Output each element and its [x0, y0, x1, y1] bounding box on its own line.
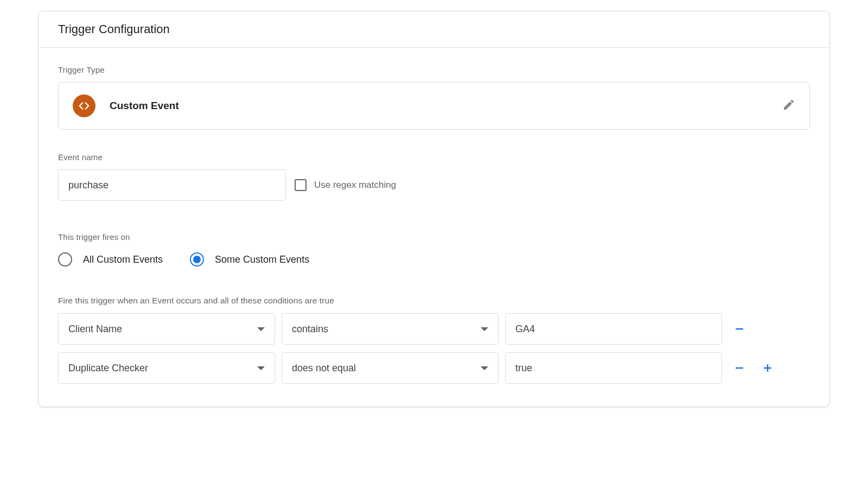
fires-on-radio-group: All Custom Events Some Custom Events: [58, 252, 810, 267]
condition-operator-select[interactable]: does not equal: [282, 352, 499, 384]
condition-row: Client Name contains: [58, 313, 810, 345]
select-value: Duplicate Checker: [68, 363, 148, 374]
regex-checkbox-label: Use regex matching: [314, 180, 396, 191]
remove-condition-button[interactable]: [729, 363, 750, 373]
checkbox-box-icon: [295, 179, 307, 191]
condition-value-input[interactable]: [505, 352, 722, 384]
condition-variable-select[interactable]: Client Name: [58, 313, 275, 345]
radio-label: Some Custom Events: [215, 254, 309, 265]
condition-variable-select[interactable]: Duplicate Checker: [58, 352, 275, 384]
condition-row: Duplicate Checker does not equal: [58, 352, 810, 384]
regex-checkbox[interactable]: Use regex matching: [295, 179, 396, 191]
radio-icon: [190, 252, 204, 267]
select-value: does not equal: [292, 363, 356, 374]
card-body: Trigger Type Custom Event Event name: [39, 48, 829, 407]
radio-label: All Custom Events: [83, 254, 163, 265]
add-condition-button[interactable]: [757, 363, 778, 373]
card-title: Trigger Configuration: [58, 22, 810, 36]
remove-condition-button[interactable]: [729, 324, 750, 334]
chevron-down-icon: [481, 366, 488, 370]
trigger-type-label: Trigger Type: [58, 65, 810, 74]
event-name-label: Event name: [58, 153, 810, 162]
select-value: Client Name: [68, 324, 122, 335]
conditions-label: Fire this trigger when an Event occurs a…: [58, 296, 810, 306]
radio-icon: [58, 252, 72, 267]
chevron-down-icon: [257, 366, 265, 370]
radio-some-custom-events[interactable]: Some Custom Events: [190, 252, 309, 267]
condition-value-input[interactable]: [505, 313, 722, 345]
trigger-config-card: Trigger Configuration Trigger Type Custo…: [38, 11, 830, 407]
event-name-input[interactable]: [58, 169, 286, 201]
card-header: Trigger Configuration: [39, 11, 829, 48]
code-icon: [73, 94, 95, 117]
chevron-down-icon: [481, 327, 488, 331]
event-name-row: Use regex matching: [58, 169, 810, 201]
trigger-type-selector[interactable]: Custom Event: [58, 82, 810, 130]
fires-on-label: This trigger fires on: [58, 232, 810, 242]
condition-operator-select[interactable]: contains: [282, 313, 499, 345]
edit-icon[interactable]: [782, 98, 795, 113]
chevron-down-icon: [257, 327, 265, 331]
select-value: contains: [292, 324, 328, 335]
trigger-type-name: Custom Event: [110, 100, 179, 112]
trigger-type-info: Custom Event: [73, 94, 179, 117]
radio-all-custom-events[interactable]: All Custom Events: [58, 252, 163, 267]
